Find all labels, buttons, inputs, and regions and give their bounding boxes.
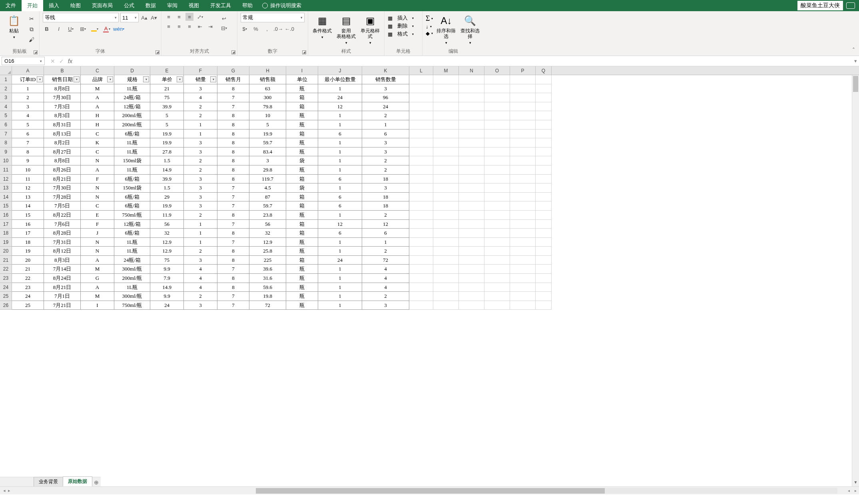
column-header-G[interactable]: G [217,66,249,75]
data-cell[interactable] [536,247,552,256]
data-cell[interactable]: 1 [318,147,362,157]
data-cell[interactable]: 39.6 [249,265,286,274]
data-cell[interactable] [409,120,433,129]
data-cell[interactable] [536,256,552,265]
data-cell[interactable]: 8 [217,129,249,139]
data-cell[interactable] [459,265,484,274]
data-cell[interactable]: 8月26日 [44,165,81,175]
header-cell[interactable]: 品牌▾ [81,75,114,84]
data-cell[interactable]: 14 [12,201,44,211]
data-cell[interactable]: 3 [184,256,217,265]
header-cell[interactable]: 最小单位数量 [318,75,362,84]
data-cell[interactable] [510,229,536,238]
data-cell[interactable] [510,156,536,165]
underline-button[interactable]: U▾ [67,25,75,33]
data-cell[interactable] [536,93,552,102]
data-cell[interactable]: 7月31日 [44,238,81,247]
data-cell[interactable] [433,256,459,265]
data-cell[interactable]: 3 [184,175,217,184]
data-cell[interactable]: I [81,301,114,310]
data-cell[interactable] [409,265,433,274]
data-cell[interactable]: 22 [12,274,44,283]
data-cell[interactable]: 1 [184,220,217,229]
tab-file[interactable]: 文件 [0,0,22,11]
data-cell[interactable]: 8月12日 [44,247,81,256]
data-cell[interactable]: 1 [362,120,409,129]
data-cell[interactable]: 2 [184,211,217,220]
data-cell[interactable]: 瓶 [286,292,318,301]
data-cell[interactable]: 瓶 [286,211,318,220]
column-header-L[interactable]: L [409,66,433,75]
data-cell[interactable]: 24 [318,256,362,265]
data-cell[interactable]: 瓶 [286,120,318,129]
data-cell[interactable]: 24瓶/箱 [114,256,150,265]
column-header-M[interactable]: M [433,66,459,75]
format-as-table-button[interactable]: ▤套用 表格格式▾ [335,13,357,46]
data-cell[interactable] [510,292,536,301]
data-cell[interactable]: 2 [184,111,217,120]
data-cell[interactable]: 29.8 [249,165,286,175]
data-cell[interactable]: 6 [318,129,362,139]
grid-rows[interactable]: 1订单ID▾销售日期▾品牌▾规格▾单价▾销量▾销售月销售额单位最小单位数量销售数… [0,75,859,486]
row-header[interactable]: 12 [0,175,12,184]
data-cell[interactable]: 8 [217,84,249,94]
data-cell[interactable]: 11 [12,175,44,184]
row-header[interactable]: 11 [0,165,12,175]
row-header[interactable]: 21 [0,256,12,265]
data-cell[interactable]: 1L瓶 [114,165,150,175]
data-cell[interactable] [409,220,433,229]
data-cell[interactable]: 24 [362,102,409,112]
column-header-P[interactable]: P [510,66,536,75]
data-cell[interactable]: 6 [362,129,409,139]
sheet-nav-first[interactable]: ◂ [3,488,6,493]
data-cell[interactable] [433,265,459,274]
number-dialog-launcher[interactable]: ◢ [302,50,306,54]
data-cell[interactable]: 1 [318,84,362,94]
data-cell[interactable]: 1 [318,111,362,120]
data-cell[interactable]: 19.9 [249,129,286,139]
data-cell[interactable]: 箱 [286,93,318,102]
data-cell[interactable] [510,175,536,184]
data-cell[interactable]: 27.8 [150,147,184,157]
border-button[interactable]: ⊞▾ [79,25,87,33]
header-cell[interactable] [459,75,484,84]
tab-review[interactable]: 审阅 [161,0,183,11]
column-header-N[interactable]: N [459,66,484,75]
data-cell[interactable] [484,147,510,157]
data-cell[interactable]: 83.4 [249,147,286,157]
data-cell[interactable]: 瓶 [286,238,318,247]
column-header-I[interactable]: I [286,66,318,75]
data-cell[interactable]: 1 [318,247,362,256]
data-cell[interactable]: 12 [12,183,44,193]
data-cell[interactable]: 3 [184,301,217,310]
data-cell[interactable]: 6瓶/箱 [114,193,150,202]
tab-view[interactable]: 视图 [183,0,205,11]
data-cell[interactable]: F [81,220,114,229]
data-cell[interactable] [409,256,433,265]
data-cell[interactable]: 袋 [286,183,318,193]
data-cell[interactable] [484,84,510,94]
name-box[interactable]: O16▾ [2,57,45,65]
tab-home[interactable]: 开始 [22,0,43,11]
data-cell[interactable] [510,102,536,112]
data-cell[interactable] [484,220,510,229]
data-cell[interactable] [459,102,484,112]
data-cell[interactable]: 15 [12,211,44,220]
cancel-formula-icon[interactable]: ✕ [50,58,55,64]
row-header[interactable]: 10 [0,156,12,165]
data-cell[interactable] [510,301,536,310]
data-cell[interactable]: 8月8日 [44,156,81,165]
filter-dropdown-icon[interactable]: ▾ [143,76,149,82]
data-cell[interactable]: N [81,183,114,193]
scroll-right-arrow[interactable]: ▸ [852,488,859,493]
data-cell[interactable]: N [81,238,114,247]
data-cell[interactable]: 2 [362,156,409,165]
data-cell[interactable]: 箱 [286,201,318,211]
data-cell[interactable]: 75 [150,256,184,265]
data-cell[interactable]: 瓶 [286,283,318,292]
data-cell[interactable]: 1 [318,183,362,193]
row-header[interactable]: 2 [0,84,12,94]
data-cell[interactable] [484,274,510,283]
data-cell[interactable]: 4 [362,274,409,283]
row-header[interactable]: 9 [0,147,12,157]
